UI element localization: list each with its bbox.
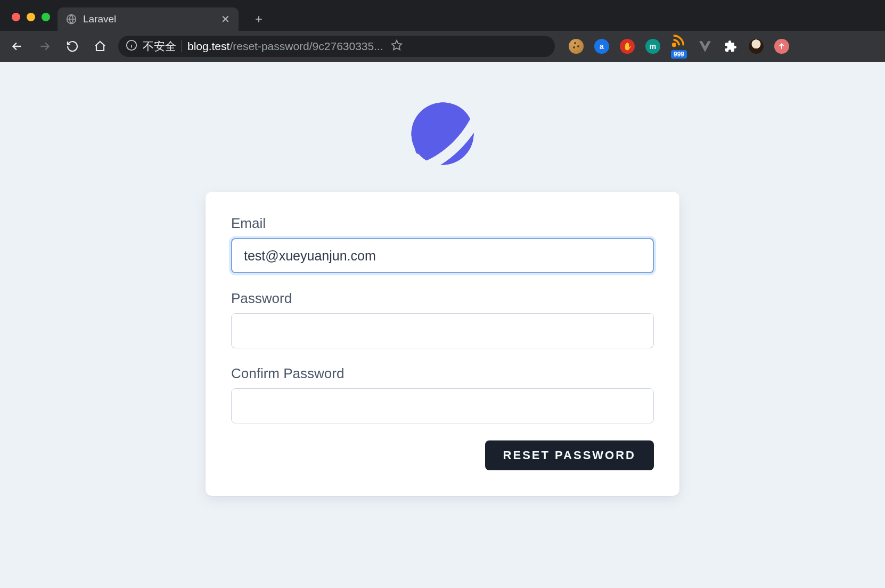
- reload-button[interactable]: [63, 37, 82, 56]
- new-tab-button[interactable]: [248, 9, 269, 30]
- rss-extension-icon[interactable]: 999: [671, 33, 687, 60]
- window-controls: [6, 13, 58, 31]
- m-extension-icon[interactable]: m: [645, 39, 660, 54]
- reset-password-card: Email Password Confirm Password RESET PA…: [206, 192, 679, 496]
- svg-marker-2: [392, 40, 401, 49]
- form-actions: RESET PASSWORD: [231, 440, 654, 470]
- home-button[interactable]: [91, 37, 110, 56]
- address-bar[interactable]: 不安全 blog.test/reset-password/9c27630335.…: [118, 36, 555, 57]
- extension-badge: 999: [671, 50, 687, 59]
- password-label: Password: [231, 290, 654, 307]
- vue-extension-icon[interactable]: [698, 39, 712, 54]
- email-input[interactable]: [231, 238, 654, 273]
- password-group: Password: [231, 290, 654, 348]
- url-path: /reset-password/9c27630335...: [230, 40, 383, 52]
- profile-avatar-icon[interactable]: [749, 39, 764, 54]
- svg-point-3: [673, 44, 676, 46]
- globe-icon: [66, 14, 77, 24]
- confirm-password-group: Confirm Password: [231, 365, 654, 423]
- cookie-extension-icon[interactable]: [569, 39, 584, 54]
- confirm-password-label: Confirm Password: [231, 365, 654, 382]
- window-maximize-dot[interactable]: [42, 13, 50, 21]
- reset-password-button[interactable]: RESET PASSWORD: [485, 440, 654, 470]
- info-icon[interactable]: [126, 39, 137, 54]
- separator: [182, 40, 182, 52]
- confirm-password-input[interactable]: [231, 388, 654, 423]
- window-close-dot[interactable]: [12, 13, 20, 21]
- url-text: blog.test/reset-password/9c27630335...: [187, 40, 383, 53]
- extensions: a ✋ m 999: [569, 33, 789, 60]
- a-extension-icon[interactable]: a: [594, 39, 609, 54]
- browser-tab[interactable]: Laravel ✕: [58, 7, 239, 31]
- back-button[interactable]: [7, 37, 27, 56]
- ublock-extension-icon[interactable]: ✋: [620, 39, 635, 54]
- url-host: blog.test: [187, 40, 230, 52]
- app-logo: [408, 99, 477, 168]
- update-available-icon[interactable]: [774, 39, 789, 54]
- content-wrap: Email Password Confirm Password RESET PA…: [0, 62, 885, 496]
- window-minimize-dot[interactable]: [27, 13, 35, 21]
- email-group: Email: [231, 215, 654, 273]
- forward-button[interactable]: [35, 37, 54, 56]
- bookmark-icon[interactable]: [391, 39, 403, 54]
- tab-strip: Laravel ✕: [0, 0, 885, 31]
- close-tab-icon[interactable]: ✕: [221, 13, 230, 26]
- browser-chrome: Laravel ✕ 不安全 blog.test/reset-password/9: [0, 0, 885, 62]
- page-body: Email Password Confirm Password RESET PA…: [0, 62, 885, 588]
- toolbar: 不安全 blog.test/reset-password/9c27630335.…: [0, 31, 885, 62]
- not-secure-label: 不安全: [143, 39, 176, 54]
- email-label: Email: [231, 215, 654, 232]
- extensions-menu-icon[interactable]: [723, 39, 738, 54]
- password-input[interactable]: [231, 313, 654, 348]
- tab-title: Laravel: [83, 13, 215, 25]
